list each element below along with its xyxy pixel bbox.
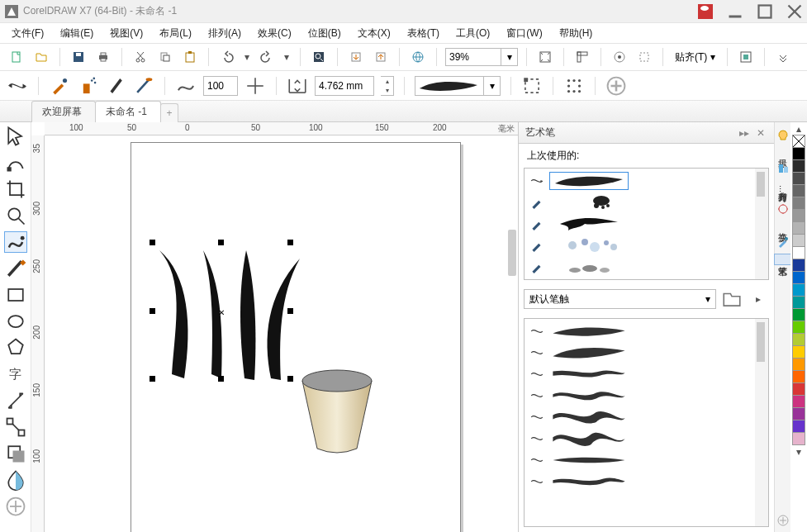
cup-artwork[interactable] [296,366,378,457]
menu-file[interactable]: 文件(F) [5,25,50,42]
zoom-dropdown-icon[interactable]: ▾ [501,48,518,66]
color-swatch[interactable] [792,209,805,222]
show-guides-icon[interactable] [634,47,654,67]
brush-item[interactable] [526,235,767,256]
preset-mode-icon[interactable] [7,75,28,97]
zoom-combo[interactable]: ▾ [445,47,518,67]
color-swatch[interactable] [792,234,805,247]
brush-item[interactable] [526,363,767,385]
color-swatch[interactable] [792,432,805,445]
import-icon[interactable] [346,47,366,67]
stroke-width-spinner[interactable]: ▴▾ [381,76,394,96]
sidetab-transform[interactable]: 变换 [775,221,790,230]
color-swatch[interactable] [792,296,805,309]
selection-handle[interactable] [287,308,293,314]
color-swatch[interactable] [792,420,805,433]
align-icon[interactable] [776,162,790,175]
add-preset-icon[interactable] [605,75,627,97]
pick-tool-icon[interactable] [4,126,27,147]
canvas-scrollbar[interactable] [508,230,516,276]
grass-artwork[interactable] [155,246,312,387]
freehand-smoothing-icon[interactable] [175,75,197,97]
color-swatch[interactable] [792,382,805,396]
save-icon[interactable] [69,47,88,67]
menu-table[interactable]: 表格(T) [401,25,446,42]
copy-icon[interactable] [155,47,175,67]
scale-stroke-icon[interactable] [563,75,585,97]
brush-item[interactable] [526,192,767,213]
list-scrollbar[interactable] [755,319,768,526]
color-swatch[interactable] [792,358,805,371]
add-docker-icon[interactable] [776,514,790,527]
search-icon[interactable] [309,47,329,67]
color-swatch[interactable] [792,395,805,408]
fullscreen-icon[interactable] [535,47,555,67]
docker-close-icon[interactable]: ✕ [754,126,767,140]
new-file-icon[interactable] [7,47,26,67]
brush-item[interactable] [526,170,767,192]
redo-icon[interactable] [257,47,277,67]
redo-dropdown-icon[interactable]: ▾ [282,47,292,67]
parallel-dimension-tool-icon[interactable] [4,390,27,411]
bounding-box-icon[interactable] [521,75,543,97]
zoom-input[interactable] [445,48,501,66]
docker-collapse-icon[interactable]: ▸▸ [738,126,751,140]
menu-arrange[interactable]: 排列(A) [202,25,248,42]
menu-layout[interactable]: 布局(L) [153,25,198,42]
color-swatch[interactable] [792,345,805,359]
cut-icon[interactable] [131,47,150,67]
color-swatch[interactable] [792,172,805,185]
color-swatch[interactable] [792,321,805,334]
color-swatch[interactable] [792,308,805,321]
tab-welcome[interactable]: 欢迎屏幕 [31,101,96,122]
menu-text[interactable]: 文本(X) [351,25,397,42]
show-grid-icon[interactable] [610,47,629,67]
panel-menu-icon[interactable]: ▸ [748,288,769,310]
hint-icon[interactable] [776,129,790,142]
menu-view[interactable]: 视图(V) [103,25,150,42]
vertical-ruler[interactable]: 35 300 250 200 150 100 [31,135,45,532]
rectangle-tool-icon[interactable] [4,284,27,306]
selection-handle[interactable] [150,308,155,314]
brush-item[interactable] [526,385,767,406]
transform-icon[interactable] [776,202,790,216]
color-swatch[interactable] [792,271,805,284]
more-tools-icon[interactable] [4,496,27,517]
brush-item[interactable] [526,449,767,471]
sidetab-hint[interactable]: 提示 [775,147,790,157]
selection-center-icon[interactable]: ✕ [218,308,225,317]
stroke-width-icon[interactable] [287,75,308,97]
palette-up-icon[interactable]: ▴ [789,122,807,135]
selection-handle[interactable] [218,240,224,245]
color-swatch[interactable] [792,370,805,383]
calligraphic-mode-icon[interactable] [105,75,126,97]
tab-add-button[interactable]: + [160,103,178,122]
brush-item[interactable] [526,321,767,342]
selection-handle[interactable] [287,240,293,245]
paste-icon[interactable] [180,47,200,67]
stroke-width-input[interactable] [315,76,374,96]
selection-handle[interactable] [150,240,155,245]
brush-item[interactable] [526,471,767,492]
color-swatch[interactable] [792,147,805,160]
artistic-media-tool-icon[interactable] [4,258,27,279]
connector-tool-icon[interactable] [4,416,27,438]
print-icon[interactable] [93,47,113,67]
ellipse-tool-icon[interactable] [4,311,27,332]
overflow-icon[interactable] [773,47,793,67]
brush-item[interactable] [526,256,767,278]
tab-document[interactable]: 未命名 -1 [95,101,161,122]
minimize-button[interactable] [728,4,743,19]
brush-item[interactable] [526,406,767,428]
export-icon[interactable] [371,47,391,67]
transparency-tool-icon[interactable] [4,469,27,491]
color-swatch[interactable] [792,246,805,259]
brush-preset-dropdown-icon[interactable]: ▾ [483,77,500,95]
selection-handle[interactable] [150,376,155,382]
list-scrollbar[interactable] [755,169,768,279]
preset-category-combo[interactable]: 默认笔触 ▾ [524,289,716,309]
sidetab-artpen[interactable]: 艺术笔 [774,254,791,265]
pressure-mode-icon[interactable] [133,75,154,97]
shape-tool-icon[interactable] [4,152,27,173]
color-swatch[interactable] [792,407,805,420]
